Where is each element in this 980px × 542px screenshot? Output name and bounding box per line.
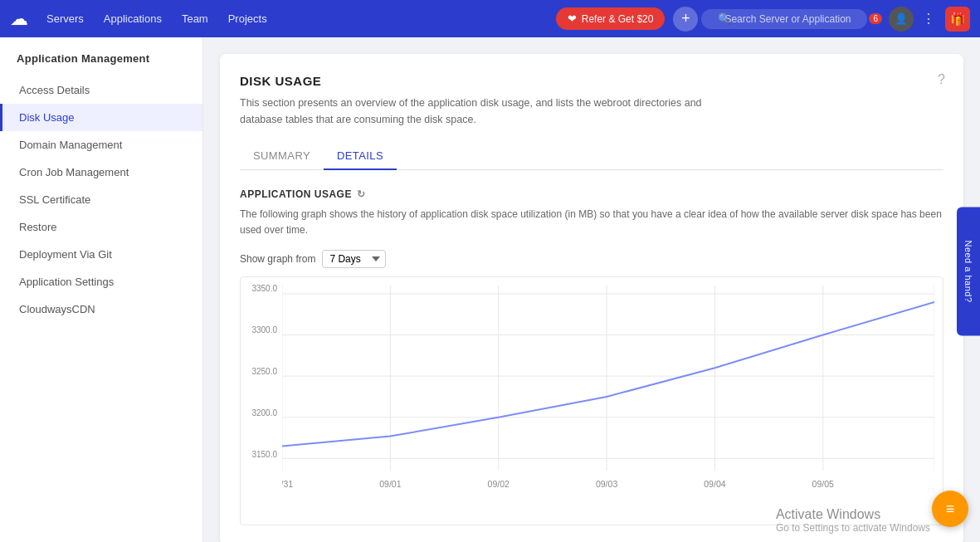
sidebar-item-cloudways-cdn[interactable]: CloudwaysCDN [0, 295, 202, 323]
heart-icon: ❤ [568, 12, 577, 25]
notification-badge: 6 [869, 13, 882, 24]
activate-windows-overlay: Activate Windows Go to Settings to activ… [776, 507, 930, 534]
activate-windows-title: Activate Windows [776, 507, 930, 522]
refresh-icon[interactable]: ↻ [357, 188, 366, 200]
search-wrap: 🔍 6 [701, 9, 882, 29]
tab-details[interactable]: DETAILS [324, 143, 397, 170]
svg-text:09/02: 09/02 [488, 479, 510, 489]
more-options-icon[interactable]: ⋮ [919, 7, 939, 30]
nav-servers[interactable]: Servers [38, 9, 92, 28]
card-title: DISK USAGE [240, 74, 943, 88]
avatar[interactable]: 👤 [889, 7, 914, 32]
sidebar-item-cron-job-management[interactable]: Cron Job Management [0, 159, 202, 186]
nav-projects[interactable]: Projects [220, 9, 275, 28]
chart-container: 3350.0 3300.0 3250.0 3200.0 3150.0 [240, 276, 943, 525]
sidebar: Application Management Access Details Di… [0, 37, 203, 542]
nav-team[interactable]: Team [173, 9, 217, 28]
need-a-hand-button[interactable]: Need a hand? [957, 207, 980, 335]
graph-controls: Show graph from 7 Days 14 Days 30 Days [240, 250, 943, 268]
cloudways-logo[interactable]: ☁ [10, 8, 28, 30]
main-layout: Application Management Access Details Di… [0, 37, 980, 542]
y-label-5: 3150.0 [241, 450, 277, 459]
activate-windows-subtitle: Go to Settings to activate Windows [776, 522, 930, 534]
add-button[interactable]: + [673, 7, 698, 32]
sidebar-item-application-settings[interactable]: Application Settings [0, 268, 202, 295]
svg-text:09/03: 09/03 [596, 479, 617, 489]
gift-icon: 🎁 [950, 12, 966, 27]
sidebar-item-restore[interactable]: Restore [0, 213, 202, 241]
section-title: APPLICATION USAGE ↻ [240, 188, 943, 200]
sidebar-item-deployment-via-git[interactable]: Deployment Via Git [0, 241, 202, 268]
gift-button[interactable]: 🎁 [945, 7, 970, 32]
sidebar-item-domain-management[interactable]: Domain Management [0, 131, 202, 159]
chat-button[interactable]: ≡ [932, 491, 968, 527]
tab-bar: SUMMARY DETAILS [240, 143, 943, 170]
tab-summary[interactable]: SUMMARY [240, 143, 324, 170]
y-label-1: 3350.0 [241, 284, 277, 293]
top-navigation: ☁ Servers Applications Team Projects ❤ R… [0, 0, 980, 37]
chat-icon: ≡ [946, 500, 955, 518]
svg-text:09/05: 09/05 [812, 479, 834, 489]
nav-applications[interactable]: Applications [95, 9, 170, 28]
chart-svg: 08/31 09/01 09/02 09/03 09/04 09/05 [282, 286, 934, 500]
svg-text:08/31: 08/31 [282, 479, 293, 489]
search-input[interactable] [701, 9, 867, 29]
svg-text:09/04: 09/04 [704, 479, 725, 489]
refer-button[interactable]: ❤ Refer & Get $20 [556, 7, 666, 30]
y-label-4: 3200.0 [241, 408, 277, 417]
y-label-3: 3250.0 [241, 367, 277, 376]
card-description: This section presents an overview of the… [240, 95, 738, 128]
main-content-area: DISK USAGE This section presents an over… [203, 37, 980, 542]
graph-from-label: Show graph from [240, 253, 315, 265]
svg-text:09/01: 09/01 [379, 479, 401, 489]
help-icon[interactable]: ? [938, 72, 945, 87]
avatar-icon: 👤 [895, 12, 908, 25]
section-description: The following graph shows the history of… [240, 207, 943, 238]
disk-usage-card: DISK USAGE This section presents an over… [220, 54, 963, 542]
sidebar-item-disk-usage[interactable]: Disk Usage [0, 104, 202, 131]
sidebar-title: Application Management [0, 52, 202, 76]
y-label-2: 3300.0 [241, 325, 277, 334]
sidebar-item-ssl-certificate[interactable]: SSL Certificate [0, 186, 202, 213]
days-select[interactable]: 7 Days 14 Days 30 Days [322, 250, 386, 268]
sidebar-item-access-details[interactable]: Access Details [0, 76, 202, 104]
